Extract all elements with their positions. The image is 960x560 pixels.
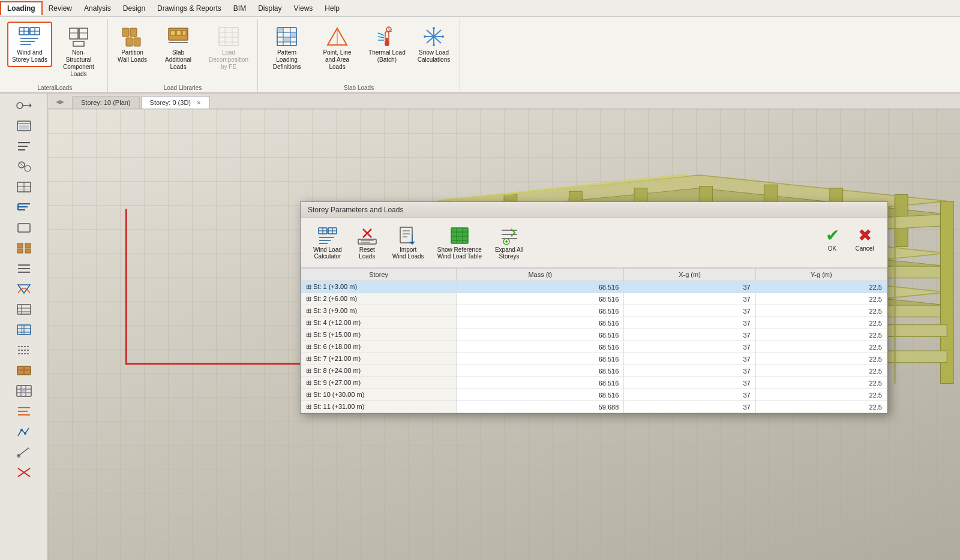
sidebar-btn-1[interactable] — [11, 117, 37, 135]
ribbon-btn-load-decomp: Load Decompositionby FE — [205, 22, 253, 74]
cell-mass: 68.516 — [457, 389, 624, 401]
menu-review[interactable]: Review — [43, 2, 78, 14]
svg-rect-17 — [134, 38, 140, 46]
svg-rect-20 — [176, 31, 181, 35]
sidebar-btn-17[interactable] — [11, 443, 37, 461]
cell-mass: 68.516 — [457, 353, 624, 365]
modal-btn-reset[interactable]: ResetLoads — [350, 223, 385, 263]
menu-help[interactable]: Help — [319, 2, 346, 14]
menu-drawings[interactable]: Drawings & Reports — [151, 2, 227, 14]
table-row[interactable]: ⊞ St: 11 (+31.00 m)59.6883722.5 — [301, 401, 887, 413]
ribbon-btn-thermal[interactable]: °C Thermal Load(Batch) — [364, 22, 410, 67]
table-row[interactable]: ⊞ St: 9 (+27.00 m)68.5163722.5 — [301, 377, 887, 389]
pattern-icon — [275, 25, 299, 48]
import-wind-label: ImportWind Loads — [392, 246, 424, 260]
sidebar-btn-13[interactable] — [11, 362, 37, 380]
modal-btn-show-ref[interactable]: Show ReferenceWind Load Table — [432, 223, 487, 263]
ok-icon: ✔ — [826, 225, 839, 245]
menu-design[interactable]: Design — [117, 2, 151, 14]
sidebar-btn-18[interactable] — [11, 463, 37, 481]
ribbon-group-slab: Pattern LoadingDefinitions Point, Linean… — [258, 19, 460, 92]
modal-btn-import-wind[interactable]: ImportWind Loads — [387, 223, 430, 263]
sidebar-btn-9[interactable] — [11, 280, 37, 298]
sidebar-btn-8[interactable] — [11, 260, 37, 278]
cell-mass: 68.516 — [457, 377, 624, 389]
sidebar-btn-12[interactable] — [11, 341, 37, 359]
menu-views[interactable]: Views — [288, 2, 319, 14]
sidebar-btn-5[interactable] — [11, 198, 37, 216]
tab-close-btn[interactable]: ✕ — [196, 100, 201, 106]
sidebar-btn-0[interactable] — [11, 97, 37, 115]
ribbon-btn-wind-storey[interactable]: Wind andStorey Loads — [7, 22, 52, 67]
modal-btn-ok[interactable]: ✔ OK — [818, 223, 847, 254]
point-line-icon — [325, 25, 349, 48]
snow-label: Snow LoadCalculations — [418, 49, 450, 64]
svg-rect-165 — [358, 239, 376, 244]
sidebar-btn-4[interactable] — [11, 178, 37, 196]
sidebar-btn-3[interactable] — [11, 158, 37, 176]
table-row[interactable]: ⊞ St: 7 (+21.00 m)68.5163722.5 — [301, 353, 887, 365]
sidebar-btn-2[interactable] — [11, 137, 37, 155]
modal-btn-expand-all[interactable]: Expand AllStoreys — [490, 223, 529, 263]
menu-bim[interactable]: BIM — [227, 2, 252, 14]
sidebar-btn-6[interactable] — [11, 219, 37, 237]
svg-point-54 — [433, 27, 435, 29]
svg-rect-15 — [130, 28, 137, 37]
viewport-nav[interactable]: ◂▸ — [48, 94, 72, 109]
cell-storey: ⊞ St: 10 (+30.00 m) — [301, 389, 457, 401]
cell-storey: ⊞ St: 5 (+15.00 m) — [301, 329, 457, 341]
svg-point-111 — [20, 429, 23, 431]
modal-title: Storey Parameters and Loads — [308, 206, 403, 214]
cell-xg: 37 — [624, 353, 755, 365]
table-row[interactable]: ⊞ St: 8 (+24.00 m)68.5163722.5 — [301, 365, 887, 377]
table-row[interactable]: ⊞ St: 6 (+18.00 m)68.5163722.5 — [301, 341, 887, 353]
ribbon-btn-slab-additional[interactable]: Slab AdditionalLoads — [154, 22, 202, 74]
sidebar-btn-16[interactable] — [11, 423, 37, 441]
ribbon-btn-partition[interactable]: PartitionWall Loads — [113, 22, 152, 67]
thermal-icon: °C — [375, 25, 399, 48]
modal-table-wrap: Storey Mass (t) X-g (m) Y-g (m) ⊞ St: 1 … — [301, 268, 887, 413]
cell-mass: 68.516 — [457, 305, 624, 317]
menu-analysis[interactable]: Analysis — [78, 2, 117, 14]
table-row[interactable]: ⊞ St: 4 (+12.00 m)68.5163722.5 — [301, 317, 887, 329]
menu-display[interactable]: Display — [252, 2, 287, 14]
cell-storey: ⊞ St: 11 (+31.00 m) — [301, 401, 457, 413]
ribbon-btn-non-structural[interactable]: Non-StructuralComponent Loads — [55, 22, 103, 82]
table-row[interactable]: ⊞ St: 1 (+3.00 m)68.5163722.5 — [301, 281, 887, 293]
table-row[interactable]: ⊞ St: 2 (+6.00 m)68.5163722.5 — [301, 293, 887, 305]
non-structural-icon — [67, 25, 91, 48]
cell-xg: 37 — [624, 281, 755, 293]
sidebar-btn-7[interactable] — [11, 239, 37, 257]
tab-storey-10[interactable]: Storey: 10 (Plan) — [72, 96, 140, 109]
ribbon-btn-snow[interactable]: Snow LoadCalculations — [413, 22, 455, 67]
partition-icon — [120, 25, 144, 48]
svg-point-69 — [25, 165, 31, 171]
cancel-label: Cancel — [855, 245, 874, 252]
sidebar-btn-15[interactable] — [11, 402, 37, 420]
col-header-xg: X-g (m) — [624, 269, 755, 281]
sidebar-btn-14[interactable] — [11, 382, 37, 400]
ok-label: OK — [828, 245, 836, 252]
table-row[interactable]: ⊞ St: 5 (+15.00 m)68.5163722.5 — [301, 329, 887, 341]
load-decomp-icon — [217, 25, 241, 48]
sidebar-btn-11[interactable] — [11, 321, 37, 339]
cell-yg: 22.5 — [755, 365, 887, 377]
ribbon-btn-pattern[interactable]: Pattern LoadingDefinitions — [263, 22, 311, 74]
cell-storey: ⊞ St: 4 (+12.00 m) — [301, 317, 457, 329]
table-row[interactable]: ⊞ St: 3 (+9.00 m)68.5163722.5 — [301, 305, 887, 317]
ribbon-btn-point-line[interactable]: Point, Lineand Area Loads — [313, 22, 361, 74]
svg-rect-9 — [70, 28, 78, 39]
sidebar-btn-10[interactable] — [11, 300, 37, 318]
slab-loads-label: Slab Loads — [263, 83, 455, 92]
modal-btn-cancel[interactable]: ✖ Cancel — [849, 223, 880, 254]
menu-loading[interactable]: Loading — [0, 1, 43, 15]
cell-mass: 59.688 — [457, 401, 624, 413]
ribbon-group-lateral: Wind andStorey Loads Non-StructuralCompo… — [2, 19, 108, 92]
modal-btn-wind-calc[interactable]: Wind LoadCalculator — [308, 223, 347, 263]
table-row[interactable]: ⊞ St: 10 (+30.00 m)68.5163722.5 — [301, 389, 887, 401]
load-decomp-label: Load Decompositionby FE — [209, 49, 248, 71]
tab-storey-0[interactable]: Storey: 0 (3D) ✕ — [141, 96, 211, 109]
cell-storey: ⊞ St: 2 (+6.00 m) — [301, 293, 457, 305]
cell-xg: 37 — [624, 317, 755, 329]
wind-calc-icon — [317, 226, 338, 245]
